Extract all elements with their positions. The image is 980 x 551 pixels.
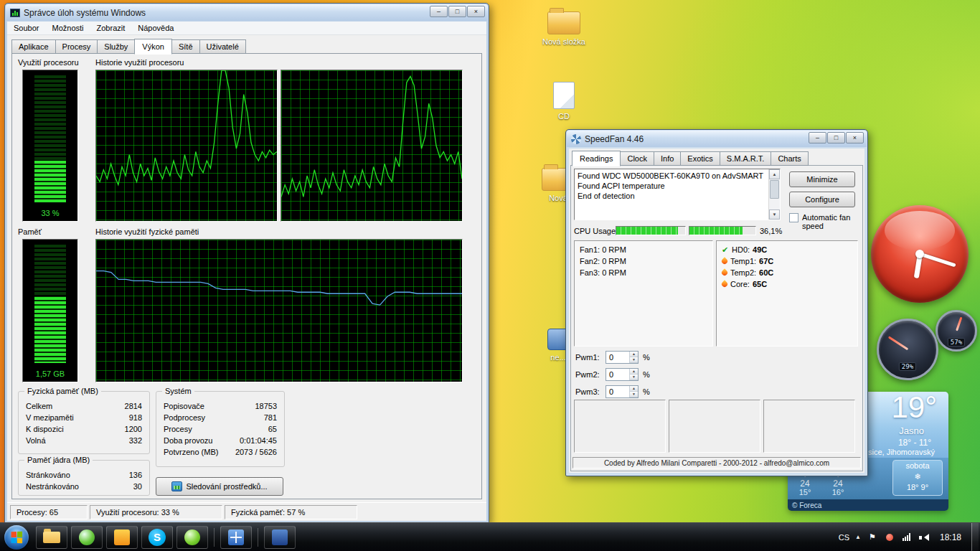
flame-icon <box>720 280 728 288</box>
temp-reading: ✔ HD0: 49C <box>722 244 852 255</box>
taskbar-app-blue[interactable] <box>264 526 296 549</box>
stat-label: Podprocesy <box>164 413 205 422</box>
close-button[interactable]: × <box>846 132 864 143</box>
minimize-button[interactable]: – <box>430 6 448 17</box>
resource-monitor-button[interactable]: Sledování prostředků... <box>156 477 283 496</box>
desktop-icon-cd[interactable]: CD <box>538 80 590 121</box>
weather-location: sice, Jihomoravský <box>868 448 935 456</box>
scroll-down-icon[interactable]: ▼ <box>769 209 780 220</box>
cpu-gauge-label: Využití procesoru <box>18 58 79 67</box>
maximize-button[interactable]: □ <box>827 132 845 143</box>
weather-condition: Jasno <box>899 425 924 436</box>
tab-info[interactable]: Info <box>654 151 681 166</box>
pwm1-spinbox[interactable]: 0 ▲▼ <box>606 351 639 364</box>
stat-row: Procesy65 <box>156 423 284 435</box>
cpu-history-graph-2 <box>281 70 463 222</box>
spin-down-icon[interactable]: ▼ <box>630 357 638 363</box>
memory-history-label: Historie využití fyzické paměti <box>95 227 199 236</box>
spin-up-icon[interactable]: ▲ <box>630 352 638 357</box>
system-group: Systém Popisovače18753 Podprocesy781 Pro… <box>156 391 285 467</box>
configure-button[interactable]: Configure <box>789 192 855 207</box>
maximize-button[interactable]: □ <box>448 6 466 17</box>
spin-up-icon[interactable]: ▲ <box>630 369 638 375</box>
windows-logo-icon <box>11 531 23 543</box>
cpu-meter-gadget[interactable]: 57% 29% <box>872 309 973 387</box>
stat-row: Popisovače18753 <box>156 400 284 412</box>
ram-percent: 57% <box>948 338 965 347</box>
action-center-flag-icon[interactable]: ⚑ <box>867 532 878 543</box>
pwm3-spinbox[interactable]: 0 ▲▼ <box>606 385 639 398</box>
pwm1-row: Pwm1: 0 ▲▼ % <box>575 351 650 364</box>
fan-reading: Fan1: 0 RPM <box>580 244 707 255</box>
menu-napoveda[interactable]: Nápověda <box>131 22 180 34</box>
tab-clock[interactable]: Clock <box>620 151 654 166</box>
status-bar: Procesy: 65 Využití procesoru: 33 % Fyzi… <box>7 502 486 521</box>
taskbar-app-explorer[interactable] <box>36 526 67 549</box>
tab-procesy[interactable]: Procesy <box>55 39 98 54</box>
tab-uzivatele[interactable]: Uživatelé <box>199 39 246 54</box>
tab-exotics[interactable]: Exotics <box>680 151 720 166</box>
minimize-button[interactable]: – <box>809 132 826 143</box>
pwm2-row: Pwm2: 0 ▲▼ % <box>575 368 650 381</box>
menu-zobrazit[interactable]: Zobrazit <box>90 22 132 34</box>
spin-up-icon[interactable]: ▲ <box>630 386 638 392</box>
resource-monitor-icon <box>171 481 182 491</box>
performance-tab-page: Využití procesoru 33 % Historie využití … <box>11 53 482 499</box>
stat-row: Nestránkováno30 <box>19 481 149 492</box>
clock-gadget[interactable] <box>871 205 969 303</box>
forecast-selected-day[interactable]: sobota ❄ 18° 9° <box>892 460 943 496</box>
taskbar-app-skype[interactable]: S <box>141 526 173 549</box>
detection-log[interactable]: Found WDC WD5000BEKT-60KA9T0 on AdvSMART… <box>574 169 781 220</box>
tab-site[interactable]: Sítě <box>171 39 200 54</box>
pwm2-spinbox[interactable]: 0 ▲▼ <box>606 368 639 381</box>
pwm-unit: % <box>643 353 650 362</box>
taskbar: S CS ▲ ⚑ 18:18 <box>0 522 980 551</box>
close-button[interactable]: × <box>467 6 485 17</box>
log-line: Found ACPI temperature <box>578 181 765 191</box>
cpu-led-fill <box>34 161 66 202</box>
pwm3-row: Pwm3: 0 ▲▼ % <box>575 385 650 398</box>
menu-soubor[interactable]: Soubor <box>7 22 45 34</box>
spin-down-icon[interactable]: ▼ <box>630 392 638 397</box>
speedfan-icon <box>571 134 581 144</box>
desktop-icon-nova-slozka[interactable]: Nová složka <box>538 6 590 46</box>
task-manager-titlebar[interactable]: Správce úloh systému Windows <box>6 4 488 21</box>
scroll-up-icon[interactable]: ▲ <box>769 169 780 179</box>
tab-vykon[interactable]: Výkon <box>134 39 172 55</box>
tab-sluzby[interactable]: Služby <box>97 39 135 54</box>
temp-reading: Temp2: 60C <box>722 267 852 278</box>
start-button[interactable] <box>4 525 29 550</box>
tray-app-icon[interactable] <box>884 532 895 543</box>
volume-icon[interactable] <box>918 532 930 543</box>
tab-aplikace[interactable]: Aplikace <box>11 39 56 54</box>
tab-readings[interactable]: Readings <box>572 151 621 166</box>
log-scrollbar[interactable]: ▲ ▼ <box>768 169 780 220</box>
taskbar-app-browser[interactable] <box>71 526 103 549</box>
stat-label: Potvrzeno (MB) <box>164 448 218 456</box>
weather-range: 18° - 11° <box>898 438 931 448</box>
spin-down-icon[interactable]: ▼ <box>630 375 638 380</box>
hidden-icons-chevron-icon[interactable]: ▲ <box>855 534 861 540</box>
tab-charts[interactable]: Charts <box>771 151 808 166</box>
flame-icon <box>720 268 728 276</box>
taskbar-app-media[interactable] <box>176 526 208 549</box>
network-icon[interactable] <box>901 532 913 543</box>
auto-fan-checkbox[interactable] <box>789 213 798 222</box>
minimize-app-button[interactable]: Minimize <box>789 171 855 187</box>
stat-label: Volná <box>26 436 46 445</box>
show-desktop-button[interactable] <box>971 523 979 551</box>
taskbar-app-blue-grid[interactable] <box>220 526 252 549</box>
fan-reading: Fan2: 0 RPM <box>580 255 707 267</box>
clock-time[interactable]: 18:18 <box>936 532 966 542</box>
pwm-label: Pwm2: <box>575 370 601 379</box>
scrollbar-thumb[interactable] <box>770 180 779 199</box>
stat-value: 781 <box>264 413 277 422</box>
auto-fan-label: Automatic fan speed <box>802 213 859 230</box>
language-indicator[interactable]: CS <box>839 533 849 542</box>
menu-moznosti[interactable]: Možnosti <box>45 22 90 34</box>
log-line: End of detection <box>578 191 765 201</box>
taskbar-app-documents[interactable] <box>106 526 138 549</box>
stat-value: 18753 <box>255 402 277 410</box>
tab-smart[interactable]: S.M.A.R.T. <box>720 151 772 166</box>
forecast-value: 24 <box>789 479 821 488</box>
